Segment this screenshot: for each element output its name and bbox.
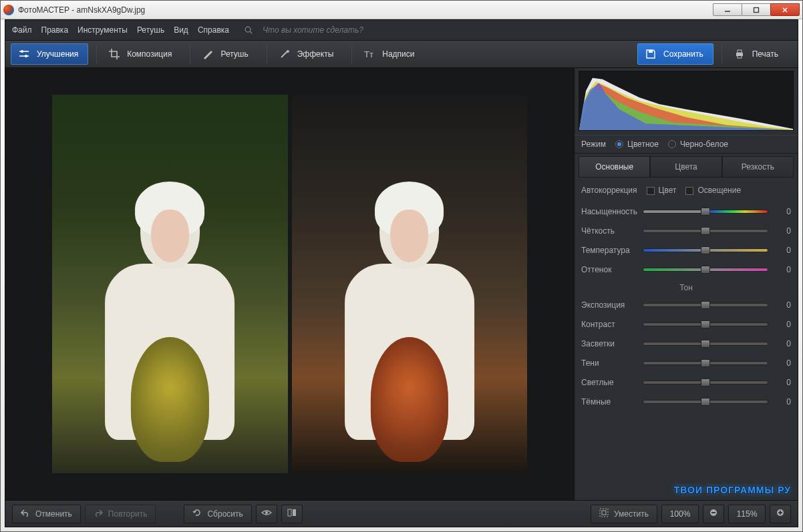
slider-thumb[interactable] [701, 340, 710, 348]
mode-row: Режим Цветное Черно-белое [575, 135, 798, 154]
menu-view[interactable]: Вид [174, 25, 188, 35]
slider-track[interactable] [643, 268, 768, 272]
autocorrect-row: Автокоррекция Цвет Освещение [581, 183, 791, 202]
menu-edit[interactable]: Правка [41, 25, 69, 35]
search-icon [244, 25, 253, 35]
tab-sharpness[interactable]: Резкость [722, 156, 794, 178]
menu-file[interactable]: Файл [12, 25, 32, 35]
slider-blacks[interactable]: Тёмные0 [581, 392, 791, 411]
compare-toggle[interactable] [281, 505, 303, 523]
minimize-button[interactable] [713, 3, 742, 16]
text-icon: Tт [363, 48, 375, 60]
svg-rect-17 [288, 509, 291, 516]
slider-saturation[interactable]: Насыщенность0 [581, 202, 791, 221]
zoom-in-button[interactable] [770, 505, 791, 523]
app-window: ФотоМАСТЕР - amNskXA9gDw.jpg Файл Правка… [0, 0, 803, 532]
menu-help[interactable]: Справка [198, 25, 229, 35]
slider-track[interactable] [643, 400, 768, 404]
autocorrect-light[interactable]: Освещение [685, 186, 741, 195]
fit-button[interactable]: Уместить [591, 505, 657, 523]
slider-track[interactable] [643, 342, 768, 346]
slider-temperature[interactable]: Температура0 [581, 240, 791, 260]
canvas[interactable] [5, 68, 574, 500]
print-button[interactable]: Печать [726, 43, 788, 65]
save-button[interactable]: Сохранить [637, 43, 713, 65]
svg-rect-12 [649, 50, 653, 53]
menu-retouch[interactable]: Ретушь [137, 25, 164, 35]
slider-thumb[interactable] [701, 208, 710, 216]
undo-button[interactable]: Отменить [12, 505, 81, 523]
mode-bw-radio[interactable]: Черно-белое [668, 140, 728, 149]
svg-rect-18 [293, 509, 296, 516]
slider-highlights[interactable]: Засветки0 [581, 334, 791, 353]
mode-label: Режим [581, 140, 606, 149]
app-icon [3, 5, 14, 15]
mode-color-radio[interactable]: Цветное [615, 140, 659, 149]
divider [351, 45, 352, 63]
divider [190, 45, 190, 63]
side-panel: Режим Цветное Черно-белое Основные Цвета… [575, 68, 798, 500]
controls: Автокоррекция Цвет Освещение Насыщенност… [575, 178, 798, 481]
svg-point-7 [21, 50, 23, 53]
toolbar: Улучшения Композиция Ретушь Эффекты Tт Н… [5, 40, 798, 68]
tool-retouch-label: Ретушь [220, 49, 248, 59]
adjust-tabs: Основные Цвета Резкость [579, 156, 794, 178]
tool-enhancements[interactable]: Улучшения [11, 43, 88, 65]
tool-retouch[interactable]: Ретушь [194, 43, 258, 65]
preview-toggle[interactable] [256, 505, 277, 523]
tab-colors[interactable]: Цвета [650, 156, 721, 178]
slider-track[interactable] [643, 229, 768, 233]
radio-off-icon [668, 140, 676, 148]
tab-main[interactable]: Основные [579, 156, 650, 178]
slider-thumb[interactable] [701, 320, 710, 328]
zoom-level[interactable]: 115% [728, 505, 766, 523]
tool-effects[interactable]: Эффекты [271, 43, 344, 65]
slider-thumb[interactable] [701, 359, 710, 367]
checkbox-icon [647, 187, 655, 195]
svg-line-5 [250, 31, 252, 33]
slider-thumb[interactable] [701, 227, 710, 235]
slider-whites[interactable]: Светлые0 [581, 372, 791, 392]
slider-track[interactable] [643, 248, 768, 252]
tool-captions[interactable]: Tт Надписи [356, 43, 424, 65]
tool-captions-label: Надписи [382, 49, 414, 59]
divider [96, 45, 97, 63]
autocorrect-color[interactable]: Цвет [647, 186, 677, 195]
slider-thumb[interactable] [701, 378, 710, 386]
slider-thumb[interactable] [701, 398, 710, 406]
slider-thumb[interactable] [701, 246, 710, 254]
undo-icon [21, 508, 30, 519]
histogram[interactable] [579, 71, 794, 131]
zoom-100[interactable]: 100% [661, 505, 699, 523]
titlebar: ФотоМАСТЕР - amNskXA9gDw.jpg [1, 1, 802, 19]
slider-track[interactable] [643, 380, 768, 384]
slider-track[interactable] [643, 210, 768, 214]
svg-rect-19 [600, 509, 608, 517]
svg-rect-1 [754, 7, 759, 12]
search-input[interactable]: Что вы хотите сделать? [263, 25, 363, 35]
tool-composition[interactable]: Композиция [101, 43, 182, 65]
slider-track[interactable] [643, 322, 768, 326]
reset-button[interactable]: Сбросить [184, 505, 251, 523]
svg-text:Tт: Tт [364, 49, 373, 59]
zoom-out-button[interactable] [703, 505, 724, 523]
close-button[interactable] [770, 3, 800, 16]
slider-clarity[interactable]: Чёткость0 [581, 221, 791, 240]
sliders-icon [18, 48, 30, 60]
print-icon [734, 48, 746, 60]
slider-track[interactable] [643, 361, 768, 365]
redo-button[interactable]: Повторить [85, 505, 156, 523]
slider-exposure[interactable]: Экспозиция0 [581, 295, 791, 314]
checkbox-icon [685, 187, 693, 195]
menu-tools[interactable]: Инструменты [77, 25, 128, 35]
slider-thumb[interactable] [701, 301, 710, 309]
slider-tint[interactable]: Оттенок0 [581, 260, 791, 279]
wand-icon [279, 48, 291, 60]
maximize-button[interactable] [742, 3, 771, 16]
slider-shadows[interactable]: Тени0 [581, 353, 791, 372]
slider-track[interactable] [643, 303, 768, 307]
slider-contrast[interactable]: Контраст0 [581, 314, 791, 334]
svg-point-16 [265, 511, 268, 514]
radio-on-icon [615, 140, 623, 148]
slider-thumb[interactable] [701, 266, 710, 274]
